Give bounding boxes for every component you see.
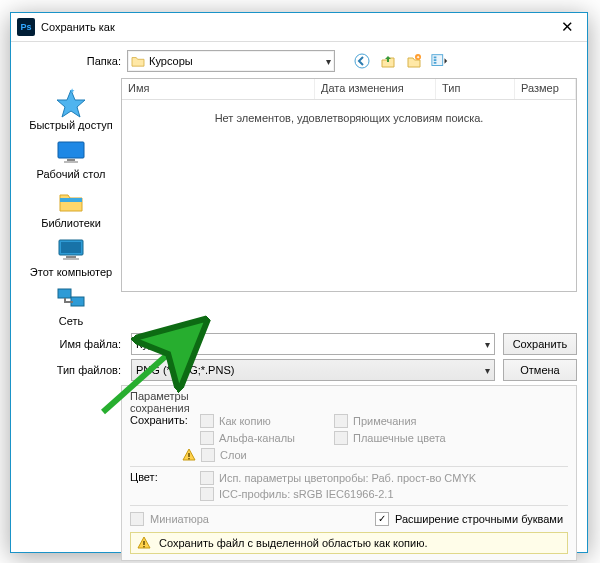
network-icon: [54, 284, 88, 314]
svg-rect-22: [143, 541, 144, 545]
filename-input[interactable]: Курсор.png ▾: [131, 333, 495, 355]
titlebar: Ps Сохранить как ✕: [11, 13, 587, 42]
svg-rect-16: [66, 256, 76, 258]
save-options-panel: Параметры сохранения Сохранить: Как копи…: [121, 385, 577, 561]
checkbox-notes: [334, 414, 348, 428]
place-desktop[interactable]: Рабочий стол: [26, 137, 116, 180]
folder-icon: [131, 55, 145, 67]
place-quick-access[interactable]: Быстрый доступ: [26, 88, 116, 131]
empty-list-message: Нет элементов, удовлетворяющих условиям …: [215, 112, 484, 124]
svg-rect-13: [60, 198, 82, 202]
svg-rect-12: [64, 161, 78, 163]
checkbox-as-copy: [200, 414, 214, 428]
svg-rect-23: [143, 546, 144, 547]
save-as-dialog: Ps Сохранить как ✕ Папка: Курсоры ▾: [10, 12, 588, 553]
svg-point-0: [355, 54, 369, 68]
checkbox-thumbnail: [130, 512, 144, 526]
chevron-down-icon: ▾: [326, 56, 331, 67]
column-size[interactable]: Размер: [515, 79, 576, 99]
svg-rect-21: [188, 458, 189, 459]
desktop-icon: [54, 137, 88, 167]
options-heading: Параметры сохранения: [130, 390, 200, 414]
computer-icon: [54, 235, 88, 265]
color-label: Цвет:: [130, 471, 200, 501]
filename-label: Имя файла:: [21, 338, 131, 350]
warning-icon: [182, 448, 196, 462]
svg-rect-11: [67, 159, 75, 161]
warning-icon: [137, 536, 151, 550]
svg-marker-7: [57, 90, 85, 117]
quick-access-icon: [54, 88, 88, 118]
svg-rect-6: [434, 62, 437, 64]
close-button[interactable]: ✕: [547, 13, 587, 41]
photoshop-app-icon: Ps: [17, 18, 35, 36]
column-type[interactable]: Тип: [436, 79, 515, 99]
folder-label: Папка:: [21, 55, 127, 67]
libraries-icon: [54, 186, 88, 216]
file-list-pane[interactable]: Имя Дата изменения Тип Размер Нет элемен…: [121, 78, 577, 292]
svg-rect-17: [63, 258, 79, 260]
place-network[interactable]: Сеть: [26, 284, 116, 327]
svg-text:✦: ✦: [416, 54, 420, 60]
svg-rect-15: [61, 242, 81, 253]
save-button[interactable]: Сохранить: [503, 333, 577, 355]
cancel-button[interactable]: Отмена: [503, 359, 577, 381]
checkbox-icc-profile: [200, 487, 214, 501]
chevron-down-icon: ▾: [485, 365, 490, 376]
back-button[interactable]: [353, 52, 371, 70]
checkbox-alpha: [200, 431, 214, 445]
view-menu-button[interactable]: [431, 52, 449, 70]
column-headers[interactable]: Имя Дата изменения Тип Размер: [122, 79, 576, 100]
svg-rect-3: [432, 55, 443, 66]
chevron-down-icon: ▾: [485, 339, 490, 350]
column-date[interactable]: Дата изменения: [315, 79, 436, 99]
window-title: Сохранить как: [41, 21, 547, 33]
checkbox-proof-setup: [200, 471, 214, 485]
svg-rect-5: [434, 59, 437, 61]
folder-toolbar: ✦: [353, 52, 449, 70]
filetype-label: Тип файлов:: [21, 364, 131, 376]
checkbox-spot-colors: [334, 431, 348, 445]
checkbox-lowercase-ext[interactable]: [375, 512, 389, 526]
svg-rect-18: [58, 289, 71, 298]
checkbox-layers: [201, 448, 215, 462]
places-sidebar: Быстрый доступ Рабочий стол Библиотеки: [21, 78, 121, 327]
folder-name: Курсоры: [149, 55, 326, 67]
svg-rect-4: [434, 57, 437, 59]
svg-rect-20: [188, 453, 189, 457]
place-this-pc[interactable]: Этот компьютер: [26, 235, 116, 278]
place-libraries[interactable]: Библиотеки: [26, 186, 116, 229]
folder-select[interactable]: Курсоры ▾: [127, 50, 335, 72]
up-one-level-button[interactable]: [379, 52, 397, 70]
filetype-select[interactable]: PNG (*.PNG;*.PNS) ▾: [131, 359, 495, 381]
svg-rect-10: [60, 144, 82, 156]
new-folder-button[interactable]: ✦: [405, 52, 423, 70]
column-name[interactable]: Имя: [122, 79, 315, 99]
info-bar: Сохранить файл с выделенной областью как…: [130, 532, 568, 554]
